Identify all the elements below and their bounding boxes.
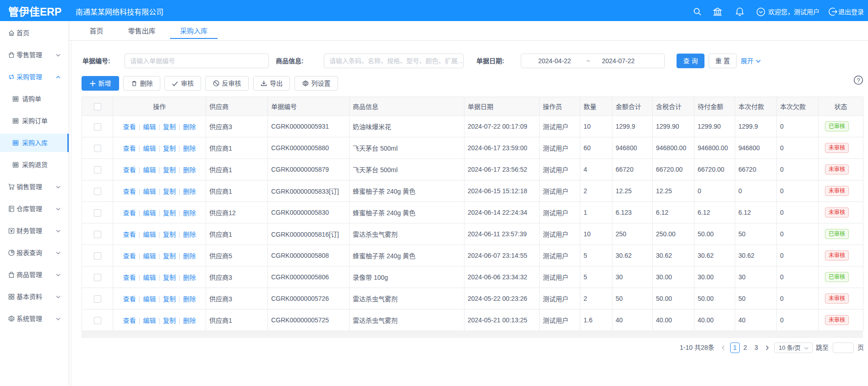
svg-text:?: ?	[857, 77, 860, 84]
